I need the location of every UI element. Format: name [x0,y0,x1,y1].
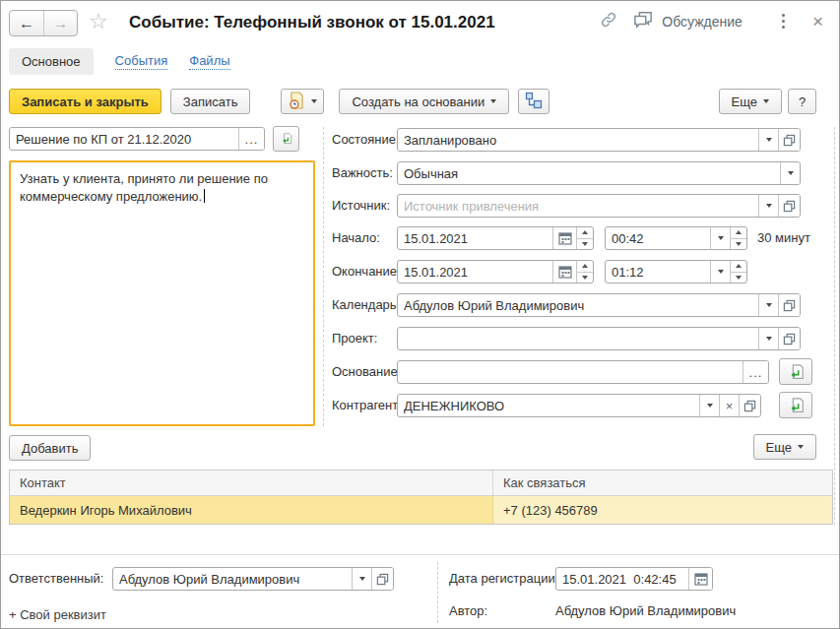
page-title: Событие: Телефонный звонок от 15.01.2021 [129,13,495,32]
create-based-on-button[interactable]: Создать на основании [339,89,509,114]
start-time-group [605,226,747,250]
start-date-spinner[interactable] [576,227,593,249]
importance-field-group [397,161,801,185]
importance-input[interactable] [398,162,780,184]
contacts-table: Контакт Как связаться Ведеркин Игорь Мих… [9,470,833,525]
column-header-contact[interactable]: Контакт [10,471,493,495]
add-contact-button[interactable]: Добавить [9,435,91,461]
author-label: Автор: [449,603,487,618]
contacts-table-header: Контакт Как связаться [10,471,832,496]
save-and-close-button[interactable]: Записать и закрыть [9,89,162,114]
panel-splitter[interactable] [323,127,324,426]
discussion-label[interactable]: Обсуждение [662,14,743,30]
start-date-input[interactable] [398,227,552,249]
column-header-how-to-contact[interactable]: Как связаться [493,471,832,495]
project-field-group [397,327,801,350]
author-value: Абдулов Юрий Владимирович [555,603,736,618]
project-dropdown-button[interactable] [758,328,778,349]
state-input[interactable] [398,129,758,151]
counterparty-dropdown-button[interactable] [699,395,719,416]
calendar-label: Календарь: [332,297,400,312]
importance-label: Важность: [332,165,393,180]
text-caret [204,189,205,203]
event-window: ← → ☆ Событие: Телефонный звонок от 15.0… [0,0,840,629]
end-label: Окончание: [332,264,401,279]
save-button[interactable]: Записать [170,89,251,114]
counterparty-input[interactable] [398,395,699,416]
favorite-star-icon[interactable]: ☆ [89,11,108,32]
more-button[interactable]: Еще [719,89,782,114]
subject-open-document-button[interactable] [273,126,299,152]
close-icon[interactable]: × [812,12,823,31]
reminder-button[interactable] [281,89,324,114]
contact-name-cell[interactable]: Ведеркин Игорь Михайлович [10,496,493,524]
responsible-open-button[interactable] [371,568,393,590]
source-input[interactable] [398,195,758,217]
description-text: Узнать у клиента, принято ли решение по … [20,171,268,204]
table-row[interactable]: Ведеркин Игорь Михайлович +7 (123) 45678… [10,496,832,524]
custom-attribute-link[interactable]: + Свой реквизит [9,607,106,622]
registration-date-group [555,567,713,591]
start-date-group [397,226,594,250]
project-input[interactable] [398,328,758,349]
start-time-spinner[interactable] [730,227,746,249]
source-dropdown-button[interactable] [758,195,778,217]
responsible-input[interactable] [113,568,352,590]
end-date-input[interactable] [398,261,552,283]
start-time-dropdown-button[interactable] [710,227,730,249]
related-documents-button[interactable] [518,89,549,114]
calendar-input[interactable] [398,294,758,316]
tab-files[interactable]: Файлы [189,53,229,70]
counterparty-clear-button[interactable]: × [719,395,739,416]
counterparty-open-button[interactable] [739,395,760,416]
end-time-input[interactable] [606,261,710,283]
state-open-button[interactable] [778,129,800,151]
tab-events[interactable]: События [115,53,168,70]
help-button[interactable]: ? [788,89,816,114]
end-calendar-button[interactable] [552,261,576,283]
forward-button[interactable]: → [43,11,77,35]
importance-dropdown-button[interactable] [780,162,800,184]
responsible-dropdown-button[interactable] [352,568,371,590]
chevron-down-icon [766,303,772,307]
basis-open-document-button[interactable] [779,358,812,385]
link-icon[interactable] [599,11,618,31]
chevron-down-icon [311,99,317,103]
start-calendar-button[interactable] [552,227,576,249]
basis-input[interactable] [398,361,743,383]
discussion-icon[interactable] [632,11,654,32]
subject-select-button[interactable]: ... [238,128,264,150]
subject-input[interactable] [10,128,238,150]
back-button[interactable]: ← [10,11,43,35]
right-splitter [834,127,835,525]
registration-date-label: Дата регистрации: [449,571,558,586]
kebab-menu-icon[interactable] [782,14,785,29]
end-date-spinner[interactable] [576,261,593,283]
end-date-group [397,260,594,283]
chevron-down-icon [798,445,804,449]
source-open-button[interactable] [778,195,800,217]
counterparty-open-document-button[interactable] [779,392,812,418]
chevron-down-icon [707,404,713,408]
end-time-dropdown-button[interactable] [710,261,730,283]
basis-select-button[interactable]: ... [743,361,768,383]
end-time-spinner[interactable] [730,261,746,283]
basis-label: Основание: [332,364,401,379]
chevron-down-icon [359,577,365,581]
tab-main[interactable]: Основное [9,48,94,75]
registration-calendar-button[interactable] [688,568,712,590]
chevron-down-icon [490,99,496,103]
state-dropdown-button[interactable] [758,129,778,151]
contacts-more-button[interactable]: Еще [753,434,816,460]
calendar-open-button[interactable] [778,294,800,316]
source-field-group [397,194,801,218]
chevron-down-icon [718,236,724,240]
description-textarea[interactable]: Узнать у клиента, принято ли решение по … [9,160,315,426]
project-open-button[interactable] [778,328,800,349]
start-time-input[interactable] [606,227,710,249]
contact-phone-cell[interactable]: +7 (123) 456789 [493,496,832,524]
calendar-dropdown-button[interactable] [758,294,778,316]
counterparty-label: Контрагент: [332,398,402,412]
chevron-down-icon [788,171,794,175]
registration-date-input[interactable] [556,568,688,590]
